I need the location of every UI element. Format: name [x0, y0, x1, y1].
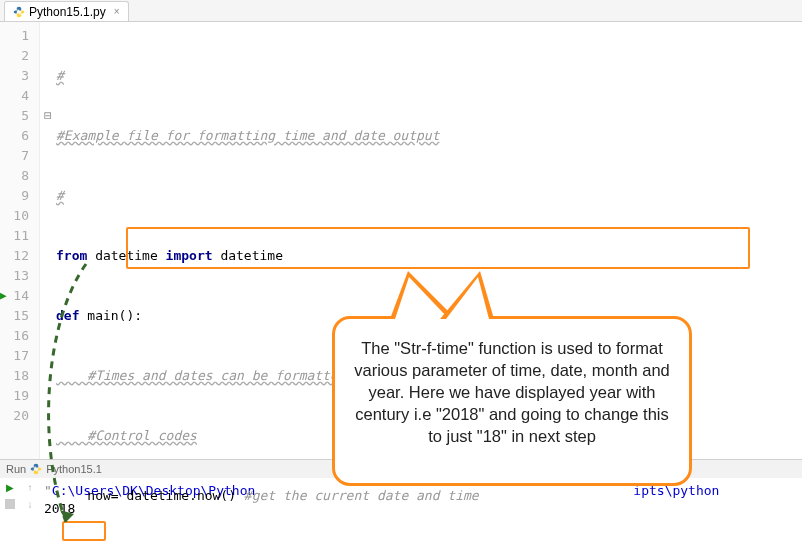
editor-tab[interactable]: Python15.1.py ×: [4, 1, 129, 21]
callout-text: The "Str-f-time" function is used to for…: [354, 339, 670, 445]
line-number: 19: [0, 386, 29, 406]
keyword-from: from: [56, 248, 87, 263]
run-label: Run: [6, 463, 26, 475]
line-number: 8: [0, 166, 29, 186]
line-number: 5: [0, 106, 29, 126]
line-number: 16: [0, 326, 29, 346]
line-number: 7: [0, 146, 29, 166]
arrow-down-icon[interactable]: ↓: [28, 499, 33, 510]
fold-column: ⊟ ▶: [40, 22, 56, 459]
run-line-indicator-icon: ▶: [0, 286, 7, 306]
line-number: 18: [0, 366, 29, 386]
arrow-up-icon[interactable]: ↑: [28, 482, 33, 493]
console-nav-gutter: ↑ ↓: [20, 478, 40, 532]
line-number: 17: [0, 346, 29, 366]
annotation-highlight-output: [62, 521, 106, 541]
rerun-icon[interactable]: ▶: [6, 482, 14, 493]
code-comment: #get the current date and time: [244, 488, 479, 503]
line-number: 10: [0, 206, 29, 226]
python-file-icon: [13, 6, 25, 18]
stop-icon[interactable]: [5, 499, 15, 509]
line-number: 15: [0, 306, 29, 326]
python-file-icon: [30, 463, 42, 475]
code-comment: #: [56, 188, 64, 203]
annotation-highlight-code: [126, 227, 750, 269]
line-number: 9: [0, 186, 29, 206]
line-number: 12: [0, 246, 29, 266]
code-comment: #Example file for formatting time and da…: [56, 128, 440, 143]
code-comment: #Control codes: [56, 428, 197, 443]
line-number: 6: [0, 126, 29, 146]
console-control-gutter: ▶: [0, 478, 20, 532]
line-number: 20: [0, 406, 29, 426]
code-comment: #: [56, 68, 64, 83]
line-number: 4: [0, 86, 29, 106]
tab-close-icon[interactable]: ×: [114, 6, 120, 17]
line-number: 3: [0, 66, 29, 86]
line-number: 11: [0, 226, 29, 246]
line-number: 1: [0, 26, 29, 46]
fold-toggle-icon[interactable]: ⊟: [40, 106, 56, 126]
line-number: 2: [0, 46, 29, 66]
line-number: 13: [0, 266, 29, 286]
tab-label: Python15.1.py: [29, 5, 106, 19]
annotation-callout: The "Str-f-time" function is used to for…: [332, 316, 692, 486]
line-number-gutter: 1 2 3 4 5 6 7 8 9 10 11 12 13 14 15 16 1…: [0, 22, 40, 459]
keyword-def: def: [56, 308, 79, 323]
tab-bar: Python15.1.py ×: [0, 0, 802, 22]
